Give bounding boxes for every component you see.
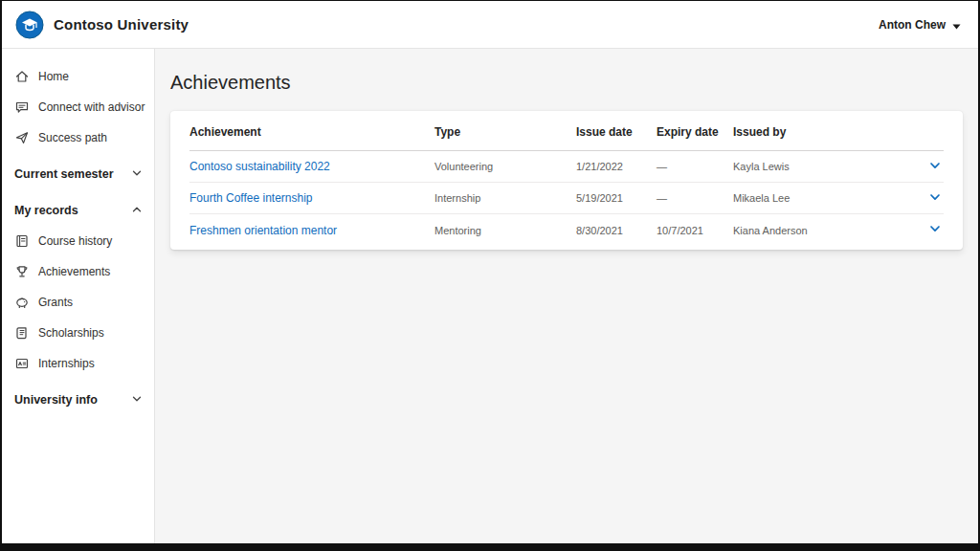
app-body: Home Connect with advisor Success path C… xyxy=(2,49,978,543)
type-cell: Mentoring xyxy=(434,225,576,236)
sidebar-item-achievements[interactable]: Achievements xyxy=(2,256,154,287)
sidebar-section-university-info[interactable]: University info xyxy=(2,385,154,415)
sidebar-item-home[interactable]: Home xyxy=(2,61,154,92)
chat-icon xyxy=(14,99,30,115)
row-expand-button[interactable] xyxy=(926,157,944,177)
app-frame: Contoso University Anton Chew Home Conne… xyxy=(2,1,978,543)
table-row: Freshmen orientation mentor Mentoring 8/… xyxy=(189,214,944,246)
column-header-issue-date: Issue date xyxy=(576,125,657,139)
column-header-expiry-date: Expiry date xyxy=(657,125,733,139)
table-row: Fourth Coffee internship Internship 5/19… xyxy=(189,183,944,214)
sidebar-section-label: University info xyxy=(14,393,98,407)
sidebar-item-label: Home xyxy=(38,70,69,83)
sidebar-item-label: Grants xyxy=(38,296,73,309)
table-header-row: Achievement Type Issue date Expiry date … xyxy=(189,113,944,151)
sidebar-item-success-path[interactable]: Success path xyxy=(2,122,154,153)
expiry-date-cell: — xyxy=(657,192,733,204)
page-title: Achievements xyxy=(170,72,963,94)
sidebar-item-internships[interactable]: Internships xyxy=(2,348,154,379)
achievement-link[interactable]: Contoso sustainability 2022 xyxy=(189,160,330,173)
chevron-down-icon xyxy=(928,222,942,238)
table-row: Contoso sustainability 2022 Volunteering… xyxy=(189,151,944,183)
sidebar-item-label: Achievements xyxy=(38,265,110,278)
sidebar-section-current-semester[interactable]: Current semester xyxy=(2,159,154,189)
scroll-icon xyxy=(14,325,30,341)
column-header-type: Type xyxy=(434,125,576,139)
issue-date-cell: 8/30/2021 xyxy=(576,225,657,236)
achievement-link[interactable]: Fourth Coffee internship xyxy=(189,191,313,205)
app-window: Contoso University Anton Chew Home Conne… xyxy=(0,0,980,551)
sidebar-item-label: Internships xyxy=(38,357,95,370)
chevron-down-icon xyxy=(928,159,942,175)
issued-by-cell: Mikaela Lee xyxy=(733,192,911,204)
sidebar: Home Connect with advisor Success path C… xyxy=(2,49,155,543)
id-badge-icon xyxy=(14,356,30,371)
chevron-down-icon xyxy=(131,165,143,183)
sidebar-section-my-records[interactable]: My records xyxy=(2,195,154,226)
app-header: Contoso University Anton Chew xyxy=(2,1,978,49)
column-header-achievement: Achievement xyxy=(189,125,434,139)
user-menu[interactable]: Anton Chew xyxy=(879,16,961,33)
expiry-date-cell: 10/7/2021 xyxy=(657,225,733,236)
issue-date-cell: 5/19/2021 xyxy=(576,192,657,204)
piggy-bank-icon xyxy=(14,295,30,310)
sidebar-item-connect-with-advisor[interactable]: Connect with advisor xyxy=(2,92,154,122)
sidebar-item-label: Connect with advisor xyxy=(38,100,145,114)
home-icon xyxy=(14,69,30,84)
column-header-issued-by: Issued by xyxy=(733,125,911,139)
chevron-down-icon xyxy=(131,391,143,408)
sidebar-item-grants[interactable]: Grants xyxy=(2,287,154,318)
notebook-icon xyxy=(14,233,30,249)
sidebar-item-scholarships[interactable]: Scholarships xyxy=(2,318,154,348)
type-cell: Volunteering xyxy=(434,161,576,172)
row-expand-button[interactable] xyxy=(926,188,944,209)
expiry-date-cell: — xyxy=(657,161,733,172)
type-cell: Internship xyxy=(434,192,576,204)
chevron-up-icon xyxy=(131,202,143,219)
paper-plane-icon xyxy=(14,130,30,145)
sidebar-item-label: Success path xyxy=(38,131,107,144)
app-title: Contoso University xyxy=(54,16,189,33)
user-name: Anton Chew xyxy=(879,18,946,32)
achievement-link[interactable]: Freshmen orientation mentor xyxy=(189,224,337,237)
university-logo-icon[interactable] xyxy=(15,11,44,39)
sidebar-item-label: Course history xyxy=(38,234,112,248)
achievements-table-card: Achievement Type Issue date Expiry date … xyxy=(170,111,963,250)
issued-by-cell: Kayla Lewis xyxy=(733,161,911,172)
sidebar-section-label: My records xyxy=(14,204,78,217)
trophy-icon xyxy=(14,264,30,279)
issued-by-cell: Kiana Anderson xyxy=(733,225,911,236)
sidebar-item-label: Scholarships xyxy=(38,326,104,340)
sidebar-section-label: Current semester xyxy=(14,167,114,181)
main-content: Achievements Achievement Type Issue date… xyxy=(155,49,978,543)
row-expand-button[interactable] xyxy=(926,220,944,240)
sidebar-item-course-history[interactable]: Course history xyxy=(2,226,154,256)
user-menu-caret-icon xyxy=(952,16,961,33)
issue-date-cell: 1/21/2022 xyxy=(576,161,657,172)
chevron-down-icon xyxy=(928,190,942,207)
